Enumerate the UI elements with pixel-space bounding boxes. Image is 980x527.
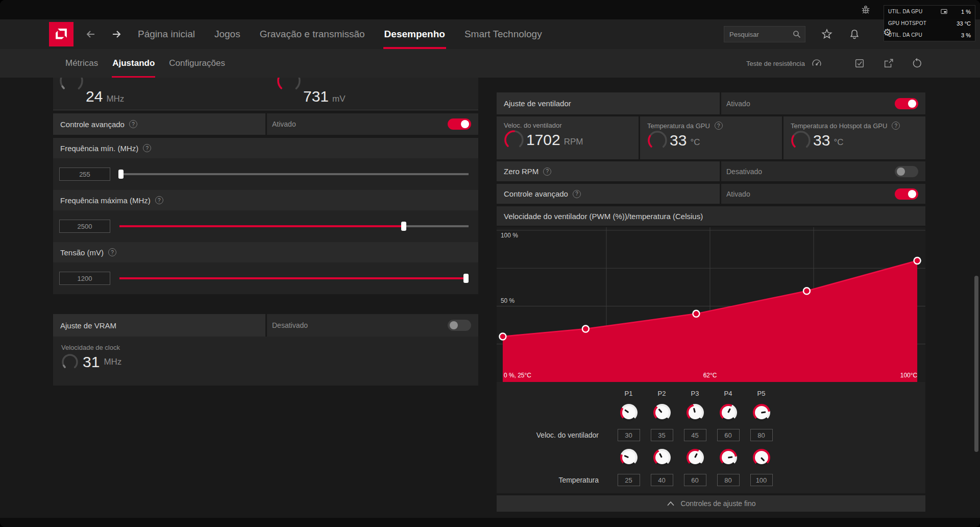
nav-tab-smart-technology[interactable]: Smart Technology [464,19,542,49]
fan-speed-row-label: Veloc. do ventilador [536,431,612,439]
stress-test-label: Teste de resistência [746,60,805,67]
advanced-control-toggle[interactable] [448,118,471,130]
main-navbar: Página inicial Jogos Gravação e transmis… [0,19,980,49]
overlay-gpu-util-value: 1 % [952,9,971,15]
temperature-value-p5[interactable]: 100 [750,474,773,486]
temperature-value-p2[interactable]: 40 [651,474,673,486]
export-profile-icon[interactable] [883,58,894,69]
min-frequency-slider[interactable] [119,170,469,179]
temperature-knob-p5[interactable] [753,449,770,466]
fan-speed-tile: Veloc. do ventilador 1702 RPM [497,116,639,159]
search-input[interactable] [728,30,793,39]
vram-tuning-card: Ajuste de VRAM Desativado Velocidade de … [53,314,478,386]
vram-tuning-label: Ajuste de VRAM [60,321,116,330]
help-icon[interactable]: ? [715,122,723,130]
fan-tuning-toggle[interactable] [895,98,918,109]
fan-tuning-panel: Ajuste de ventilador Ativado Veloc. do v… [497,92,925,512]
temperature-value-p1[interactable]: 25 [618,474,640,486]
stress-test-button[interactable]: Teste de resistência [746,49,822,78]
help-icon[interactable]: ? [108,248,116,256]
fan-advanced-control-label: Controle avançado [504,189,568,198]
temperature-row-label: Temperatura [558,476,612,484]
gpu-clock-voltage-gauges: 24 MHz 731 mV [53,78,478,110]
min-frequency-section: Frequência mín. (MHz) ? 255 [53,138,478,190]
fan-speed-value-p3[interactable]: 45 [684,429,706,441]
vram-tuning-toggle[interactable] [448,320,471,331]
help-icon[interactable]: ? [143,144,151,152]
forward-arrow-icon[interactable] [110,28,122,40]
fan-speed-knob-p3[interactable] [687,404,704,421]
back-arrow-icon[interactable] [85,28,97,40]
temperature-knob-p3[interactable] [687,449,704,466]
temperature-value-p3[interactable]: 60 [684,474,706,486]
settings-gear-icon[interactable]: ⚙ [883,27,892,38]
voltage-input[interactable]: 1200 [59,272,110,285]
help-icon[interactable]: ? [543,167,551,176]
nav-tab-performance[interactable]: Desempenho [384,19,445,49]
fan-speed-value-p4[interactable]: 60 [717,429,740,441]
gpu-frequency-gauge [59,78,84,93]
favorites-star-icon[interactable] [821,28,833,40]
content-scrollbar[interactable] [973,78,979,518]
zero-rpm-toggle[interactable] [895,166,918,177]
notifications-bell-icon[interactable] [848,28,861,40]
fan-speed-knob-p4[interactable] [720,404,737,421]
min-frequency-label: Frequência mín. (MHz) [60,144,138,153]
voltage-slider[interactable] [119,274,469,283]
fan-speed-knob-p5[interactable] [753,404,770,421]
nav-tab-home[interactable]: Página inicial [138,19,195,49]
search-icon [793,30,801,38]
slider-thumb[interactable] [118,170,124,179]
gpu-voltage-value: 731 mV [303,88,346,105]
fan-advanced-control-row: Controle avançado ? Ativado [497,184,925,204]
help-icon[interactable]: ? [573,190,581,198]
tab-settings[interactable]: Configurações [169,49,225,78]
search-box[interactable] [724,26,805,42]
temperature-value-p4[interactable]: 80 [717,474,740,486]
gpu-hotspot-number: 33 [813,132,830,149]
temperature-knob-p1[interactable] [620,449,638,466]
gpu-frequency-unit: MHz [106,94,124,104]
fan-tuning-state: Ativado [726,100,750,108]
help-icon[interactable]: ? [129,120,137,128]
nav-tab-record-stream[interactable]: Gravação e transmissão [260,19,365,49]
gpu-temperature-unit: °C [690,133,700,148]
fan-speed-value-p1[interactable]: 30 [618,429,640,441]
amd-logo[interactable] [49,22,74,46]
max-frequency-input[interactable]: 2500 [59,220,110,233]
slider-thumb[interactable] [401,222,406,231]
fan-curve-title: Velocidade do ventilador (PWM (%))/tempe… [497,206,925,226]
fan-advanced-control-toggle[interactable] [895,188,918,200]
help-icon[interactable]: ? [892,122,900,130]
fan-speed-value-p5[interactable]: 80 [750,429,773,441]
tab-metrics[interactable]: Métricas [65,49,98,78]
fan-speed-knob-p1[interactable] [620,404,638,421]
tab-tuning[interactable]: Ajustando [112,49,155,78]
gpu-voltage-unit: mV [332,94,346,104]
fan-curve-fine-controls: P1 P2 P3 P4 P5 Veloc. do ventilador 30 3… [497,382,925,493]
zero-rpm-state: Desativado [726,167,762,176]
fan-speed-knob-p2[interactable] [653,404,671,421]
nav-tab-games[interactable]: Jogos [214,19,240,49]
temperature-knob-p2[interactable] [653,449,671,466]
help-icon[interactable]: ? [155,196,163,204]
slider-thumb[interactable] [463,274,469,283]
window-bottom-edge [0,518,980,527]
vram-clock-block: Velocidade de clock 31 MHz [53,337,478,386]
bug-report-icon[interactable] [861,5,871,15]
temperature-knob-p4[interactable] [720,449,737,466]
fan-speed-value-p2[interactable]: 35 [651,429,673,441]
vram-clock-unit: MHz [104,357,121,367]
fan-curve-chart[interactable]: 100 %50 %0 %, 25°C62°C100°C [497,227,925,382]
point-header-p2: P2 [658,390,666,397]
vram-clock-label: Velocidade de clock [61,344,470,351]
scrollbar-thumb[interactable] [974,276,978,452]
reset-defaults-icon[interactable] [912,58,923,69]
tuning-content: 24 MHz 731 mV Controle avançado ? Ativad… [0,78,980,518]
max-frequency-slider[interactable] [119,222,469,231]
tuning-checklist-icon[interactable] [854,58,865,69]
svg-text:100°C: 100°C [900,372,918,379]
min-frequency-input[interactable]: 255 [59,167,110,181]
gpu-frequency-number: 24 [86,88,103,105]
fine-controls-collapse-button[interactable]: Controles de ajuste fino [497,495,925,512]
